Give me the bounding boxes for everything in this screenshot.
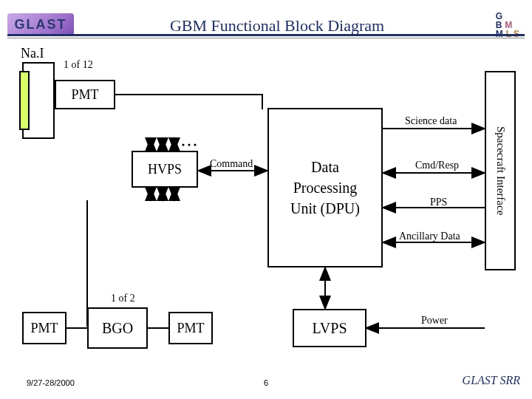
svg-point-4 <box>188 143 190 146</box>
lvps-label: LVPS <box>312 320 347 337</box>
bgo-pmt-right: PMT <box>168 312 213 344</box>
lvps-box: LVPS <box>293 309 366 347</box>
nai-green-band <box>19 71 30 130</box>
bgo-pmt-right-label: PMT <box>177 321 204 336</box>
hvps-box: HVPS <box>132 151 198 188</box>
dpu-l2: Processing <box>293 177 358 198</box>
science-data-label: Science data <box>405 115 457 127</box>
bgo-pmt-left: PMT <box>22 312 66 344</box>
bgo-count-label: 1 of 2 <box>111 293 135 304</box>
nai-label: Na.I <box>21 46 44 61</box>
svg-point-3 <box>182 143 184 146</box>
bgo-pmt-left-label: PMT <box>30 321 58 336</box>
header-rule-2 <box>7 38 525 38</box>
page-title: GBM Functional Block Diagram <box>118 16 436 35</box>
footer-date: 9/27-28/2000 <box>27 378 75 387</box>
dpu-l3: Unit (DPU) <box>290 198 360 219</box>
diagram-canvas: Na.I 1 of 12 PMT HVPS Command Data Proce… <box>0 41 532 377</box>
footer-page: 6 <box>264 378 268 387</box>
cmdresp-label: Cmd/Resp <box>415 160 459 171</box>
dpu-box: Data Processing Unit (DPU) <box>267 108 383 267</box>
spacecraft-interface-label: Spacecraft Interface <box>494 126 507 215</box>
pmt-top-label: PMT <box>71 87 98 103</box>
nai-count-label: 1 of 12 <box>64 59 93 71</box>
footer-glast-srr: GLAST SRR <box>463 374 520 387</box>
header-rule <box>7 34 525 36</box>
power-label: Power <box>421 315 448 327</box>
pmt-top-box: PMT <box>55 80 115 109</box>
svg-point-5 <box>194 143 196 146</box>
dpu-l1: Data <box>311 157 339 177</box>
bgo-box: BGO <box>87 307 148 349</box>
pps-label: PPS <box>430 197 447 208</box>
hvps-label: HVPS <box>148 162 182 177</box>
command-label: Command <box>210 158 253 170</box>
glast-logo: GLAST <box>7 13 74 35</box>
bgo-label: BGO <box>102 320 133 337</box>
ancillary-label: Ancillary Data <box>399 231 460 242</box>
spacecraft-interface-box: Spacecraft Interface <box>485 71 516 270</box>
